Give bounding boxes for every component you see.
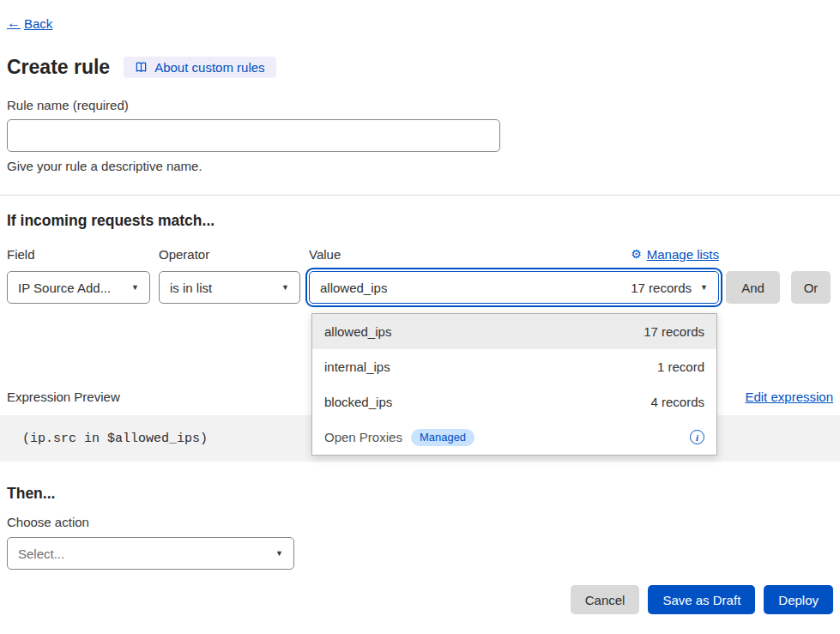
gear-icon: ⚙ — [631, 247, 642, 262]
save-as-draft-button[interactable]: Save as Draft — [648, 585, 755, 614]
cancel-button[interactable]: Cancel — [571, 585, 640, 614]
operator-select[interactable]: is in list ▼ — [159, 271, 300, 304]
info-icon[interactable]: i — [690, 430, 704, 444]
back-link-label: Back — [24, 16, 52, 31]
value-combobox-text: allowed_ips — [320, 281, 387, 295]
value-combobox[interactable]: allowed_ips 17 records ▼ — [309, 271, 719, 304]
action-select-placeholder: Select... — [18, 546, 64, 561]
list-item-name: Open Proxies — [324, 430, 402, 444]
manage-lists: ⚙ Manage lists — [631, 247, 719, 262]
list-item-meta: 17 records — [644, 324, 704, 339]
chevron-down-icon: ▼ — [700, 283, 708, 292]
list-item-left: Open Proxies Managed — [324, 429, 474, 446]
rule-name-input[interactable] — [7, 119, 500, 152]
match-section-title: If incoming requests match... — [7, 211, 833, 230]
rule-name-helper: Give your rule a descriptive name. — [7, 159, 833, 174]
back-arrow-icon: ← — [7, 15, 21, 31]
chevron-down-icon: ▼ — [131, 283, 139, 292]
choose-action-label: Choose action — [7, 515, 833, 530]
and-button[interactable]: And — [726, 271, 780, 304]
field-select-value: IP Source Add... — [18, 281, 111, 295]
section-divider — [0, 195, 840, 196]
footer-actions: Cancel Save as Draft Deploy — [7, 585, 833, 614]
value-dropdown-list: allowed_ips 17 records internal_ips 1 re… — [311, 313, 717, 456]
list-item-meta: 4 records — [650, 395, 704, 409]
book-icon — [135, 61, 148, 74]
deploy-button[interactable]: Deploy — [764, 585, 833, 614]
operator-label: Operator — [159, 247, 309, 262]
about-custom-rules-link[interactable]: About custom rules — [124, 57, 275, 78]
list-item-name: blocked_ips — [324, 395, 392, 409]
chevron-down-icon: ▼ — [275, 549, 283, 558]
rule-name-label: Rule name (required) — [7, 98, 833, 113]
list-item-name: allowed_ips — [324, 324, 391, 339]
or-button[interactable]: Or — [791, 271, 831, 304]
list-item-meta: 1 record — [657, 359, 704, 374]
action-select[interactable]: Select... ▼ — [7, 537, 294, 570]
page-title: Create rule — [7, 55, 110, 79]
expression-preview-label: Expression Preview — [7, 389, 120, 405]
managed-badge: Managed — [411, 429, 474, 446]
field-label: Field — [7, 247, 159, 262]
list-item-open-proxies[interactable]: Open Proxies Managed i — [312, 420, 716, 455]
value-records-count: 17 records — [631, 281, 692, 295]
then-section-title: Then... — [7, 484, 833, 503]
list-item-internal-ips[interactable]: internal_ips 1 record — [312, 349, 716, 384]
edit-expression-link[interactable]: Edit expression — [745, 389, 833, 405]
manage-lists-link[interactable]: Manage lists — [647, 247, 719, 262]
value-label: Value — [309, 247, 631, 262]
create-rule-page: ← Back Create rule About custom rules Ru… — [0, 0, 840, 634]
chevron-down-icon: ▼ — [281, 283, 289, 292]
field-select[interactable]: IP Source Add... ▼ — [7, 271, 150, 304]
value-combobox-right: 17 records ▼ — [631, 281, 708, 295]
expression-code-text: (ip.src in $allowed_ips) — [22, 432, 208, 446]
about-custom-rules-label: About custom rules — [154, 60, 264, 75]
match-labels-row: Field Operator Value ⚙ Manage lists — [7, 247, 719, 262]
operator-select-value: is in list — [170, 281, 212, 295]
title-row: Create rule About custom rules — [7, 55, 833, 79]
list-item-name: internal_ips — [324, 359, 390, 374]
list-item-blocked-ips[interactable]: blocked_ips 4 records — [312, 384, 716, 420]
match-controls-row: IP Source Add... ▼ is in list ▼ allowed_… — [7, 271, 833, 304]
back-link[interactable]: ← Back — [7, 15, 52, 31]
list-item-allowed-ips[interactable]: allowed_ips 17 records — [312, 314, 716, 349]
